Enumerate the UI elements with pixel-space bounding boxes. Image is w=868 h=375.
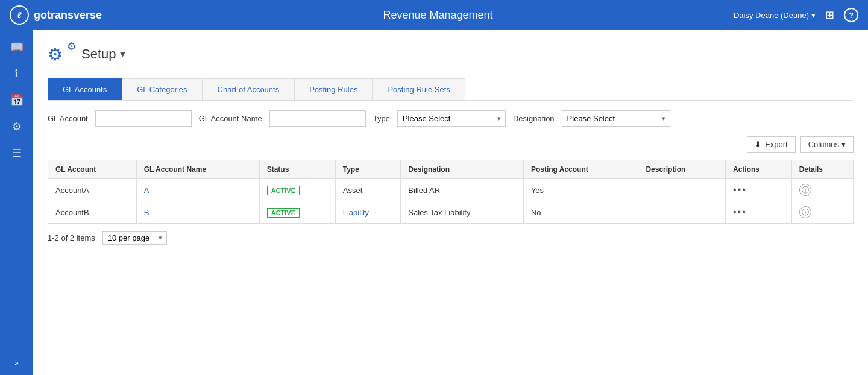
setup-icon: ⚙ ⚙ [48, 40, 77, 69]
row1-designation: Billed AR [401, 179, 524, 201]
nav-right: Daisy Deane (Deane) ▾ ⊞ ? [734, 8, 858, 22]
designation-select-wrapper: Please Select ▾ [562, 110, 670, 127]
type-select-wrapper: Please Select ▾ [397, 110, 506, 127]
action-row: ⬇ Export Columns ▾ [48, 131, 854, 157]
sidebar-item-list[interactable]: ☰ [5, 141, 29, 165]
row2-actions[interactable]: ••• [725, 201, 791, 224]
tab-chart-of-accounts[interactable]: Chart of Accounts [203, 78, 295, 100]
filter-row: GL Account GL Account Name Type Please S… [48, 101, 854, 131]
page-title: Revenue Management [142, 9, 734, 22]
tab-gl-accounts[interactable]: GL Accounts [48, 78, 122, 100]
tab-posting-rule-sets[interactable]: Posting Rule Sets [373, 78, 465, 100]
table-row: AccountA A ACTIVE Asset Billed AR Yes ••… [48, 179, 854, 201]
actions-menu-button[interactable]: ••• [733, 184, 747, 195]
sidebar-item-settings[interactable]: ⚙ [5, 115, 29, 139]
gl-account-name-label: GL Account Name [199, 114, 262, 123]
user-menu[interactable]: Daisy Deane (Deane) ▾ [734, 11, 816, 20]
type-label: Type [373, 114, 390, 123]
logo-icon: ℓ [10, 5, 29, 25]
designation-select[interactable]: Please Select [562, 110, 670, 127]
status-badge: ACTIVE [267, 208, 300, 218]
user-dropdown-icon: ▾ [811, 11, 816, 20]
status-badge: ACTIVE [267, 186, 300, 195]
table-body: AccountA A ACTIVE Asset Billed AR Yes ••… [48, 179, 854, 224]
top-nav: ℓ gotransverse Revenue Management Daisy … [0, 0, 868, 30]
row1-status: ACTIVE [259, 179, 335, 201]
col-description: Description [638, 160, 726, 179]
export-button[interactable]: ⬇ Export [747, 136, 796, 153]
gl-account-input[interactable] [95, 110, 192, 127]
per-page-select[interactable]: 10 per page 25 per page 50 per page 100 … [102, 231, 167, 245]
main-content: ⚙ ⚙ Setup ▼ GL Accounts GL Categories Ch… [33, 30, 868, 375]
row1-description [638, 179, 726, 201]
col-status: Status [259, 160, 335, 179]
col-details: Details [791, 160, 853, 179]
sidebar: 📖 ℹ 📅 ⚙ ☰ » [0, 30, 33, 375]
calendar-icon: 📅 [10, 93, 24, 107]
pagination-row: 1-2 of 2 items 10 per page 25 per page 5… [48, 224, 854, 252]
type-select[interactable]: Please Select [397, 110, 506, 127]
setup-title[interactable]: Setup ▼ [81, 46, 127, 62]
row1-actions[interactable]: ••• [725, 179, 791, 201]
gear-small-icon: ⚙ [67, 40, 77, 53]
col-gl-account: GL Account [48, 160, 137, 179]
columns-label: Columns [808, 140, 839, 149]
user-name: Daisy Deane (Deane) [734, 11, 809, 20]
brand-name: gotransverse [34, 9, 102, 22]
row2-type[interactable]: Liability [335, 201, 401, 224]
row2-posting-account: No [523, 201, 638, 224]
docs-icon: 📖 [10, 40, 24, 54]
col-gl-account-name: GL Account Name [136, 160, 259, 179]
brand-logo[interactable]: ℓ gotransverse [10, 5, 142, 25]
details-info-icon[interactable]: ⓘ [799, 206, 811, 218]
gl-accounts-table: GL Account GL Account Name Status Type D… [48, 160, 854, 224]
table-header: GL Account GL Account Name Status Type D… [48, 160, 854, 179]
gl-account-name-input[interactable] [269, 110, 366, 127]
row1-posting-account: Yes [523, 179, 638, 201]
gl-account-label: GL Account [48, 114, 88, 123]
designation-label: Designation [513, 114, 555, 123]
setup-dropdown-icon: ▼ [119, 49, 127, 59]
tab-posting-rules[interactable]: Posting Rules [294, 78, 373, 100]
gear-main-icon: ⚙ [48, 45, 63, 65]
row2-description [638, 201, 726, 224]
help-icon[interactable]: ? [844, 8, 858, 22]
row2-status: ACTIVE [259, 201, 335, 224]
setup-label: Setup [81, 46, 116, 62]
col-actions: Actions [725, 160, 791, 179]
table-row: AccountB B ACTIVE Liability Sales Tax Li… [48, 201, 854, 224]
pagination-summary: 1-2 of 2 items [48, 233, 95, 242]
row2-gl-account: AccountB [48, 201, 137, 224]
sidebar-item-calendar[interactable]: 📅 [5, 88, 29, 112]
row2-details[interactable]: ⓘ [791, 201, 853, 224]
row1-gl-account: AccountA [48, 179, 137, 201]
sidebar-expand-button[interactable]: » [5, 356, 29, 370]
actions-menu-button[interactable]: ••• [733, 207, 747, 217]
sidebar-item-docs[interactable]: 📖 [5, 35, 29, 59]
row1-gl-account-name[interactable]: A [136, 179, 259, 201]
per-page-wrapper: 10 per page 25 per page 50 per page 100 … [102, 231, 167, 245]
info-icon-nav: ℹ [14, 67, 19, 80]
col-designation: Designation [401, 160, 524, 179]
col-posting-account: Posting Account [523, 160, 638, 179]
row2-designation: Sales Tax Liability [401, 201, 524, 224]
list-icon: ☰ [12, 147, 22, 160]
row1-details[interactable]: ⓘ [791, 179, 853, 201]
details-info-icon[interactable]: ⓘ [799, 184, 811, 196]
apps-grid-icon[interactable]: ⊞ [825, 8, 834, 22]
sidebar-item-info[interactable]: ℹ [5, 61, 29, 86]
export-icon: ⬇ [755, 140, 761, 149]
columns-dropdown-icon: ▾ [841, 140, 846, 149]
export-label: Export [765, 140, 788, 149]
columns-button[interactable]: Columns ▾ [800, 136, 854, 153]
tabs-container: GL Accounts GL Categories Chart of Accou… [48, 78, 854, 101]
row1-type: Asset [335, 179, 401, 201]
col-type: Type [335, 160, 401, 179]
tab-gl-categories[interactable]: GL Categories [122, 78, 202, 100]
settings-icon: ⚙ [12, 120, 22, 133]
row2-gl-account-name[interactable]: B [136, 201, 259, 224]
setup-header: ⚙ ⚙ Setup ▼ [48, 40, 854, 69]
